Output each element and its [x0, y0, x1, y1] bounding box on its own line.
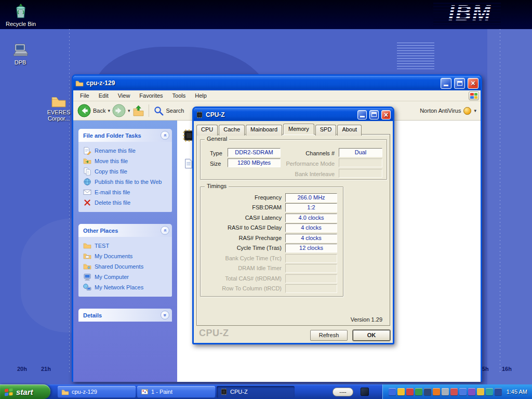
minimize-button[interactable] — [357, 110, 367, 119]
tray-icon[interactable] — [459, 388, 467, 395]
tray-icon[interactable] — [406, 388, 414, 395]
menu-edit[interactable]: Edit — [94, 91, 113, 100]
menu-view[interactable]: View — [113, 91, 135, 100]
place-my-network-places[interactable]: My Network Places — [83, 282, 170, 292]
timing-row: Cycle Time (Tras) 12 clocks — [205, 244, 339, 253]
tab-memory[interactable]: Memory — [283, 124, 314, 135]
tray-icon[interactable] — [424, 388, 431, 395]
place-shared-documents[interactable]: Shared Documents — [83, 261, 170, 272]
norton-label: Norton AntiVirus — [420, 108, 461, 114]
system-tray: 1:45 AM — [382, 384, 532, 399]
recycle-bin-icon — [12, 2, 29, 20]
back-label: Back — [93, 108, 105, 114]
taskbar-task-cpuz[interactable]: CPU-Z — [217, 386, 295, 398]
tray-icon[interactable] — [495, 388, 502, 395]
desktop-icon-everes[interactable]: EVERES Corpor... — [45, 95, 73, 122]
minimize-button[interactable] — [441, 78, 451, 89]
timing-value-field: 4 clocks — [285, 223, 337, 232]
desktop-icon-recycle-bin[interactable]: Recycle Bin — [4, 2, 37, 27]
maximize-button[interactable] — [369, 110, 379, 119]
close-button[interactable]: × — [381, 110, 391, 119]
task-move-file[interactable]: Move this file — [83, 156, 170, 166]
taskbar-task-paint[interactable]: 1 - Paint — [137, 386, 215, 398]
other-places-header[interactable]: Other Places » — [78, 224, 172, 237]
network-places-icon — [83, 283, 91, 291]
cpuz-tab-strip: CPU Cache Mainboard Memory SPD About — [196, 123, 390, 134]
tray-icon[interactable] — [477, 388, 484, 395]
timing-value-field — [285, 254, 337, 263]
timing-value-field: 4 clocks — [285, 234, 337, 243]
tab-cache[interactable]: Cache — [219, 125, 245, 136]
place-my-documents[interactable]: My Documents — [83, 251, 170, 261]
details-header[interactable]: Details » — [78, 309, 172, 322]
windows-flag-icon — [4, 387, 14, 396]
task-publish-file[interactable]: Publish this file to the Web — [83, 177, 170, 187]
tab-spd[interactable]: SPD — [315, 125, 337, 136]
move-file-icon — [83, 157, 91, 165]
task-label: E-mail this file — [95, 189, 130, 195]
my-documents-icon — [83, 252, 91, 260]
tray-icon[interactable] — [442, 388, 449, 395]
folder-icon — [83, 242, 91, 250]
desktop-icon-dpb[interactable]: DPB — [4, 43, 37, 65]
collapse-button[interactable]: » — [161, 226, 169, 235]
tray-icon[interactable] — [450, 388, 458, 395]
taskbar-toolbar-icon[interactable] — [361, 388, 369, 396]
performance-mode-label: Performance Mode — [286, 161, 335, 167]
timezone-label: 21h — [41, 366, 51, 372]
file-tasks-header[interactable]: File and Folder Tasks » — [78, 129, 172, 142]
ok-button[interactable]: OK — [353, 330, 390, 341]
task-rename-file[interactable]: Rename this file — [83, 145, 170, 156]
performance-mode-field — [339, 158, 382, 167]
panel-title: Other Places — [83, 228, 118, 234]
folder-icon — [51, 95, 66, 108]
refresh-button[interactable]: Refresh — [310, 330, 348, 341]
ibm-logo-stripes — [433, 1, 501, 25]
tray-icon[interactable] — [468, 388, 475, 395]
place-test[interactable]: TEST — [83, 241, 170, 251]
taskbar-task-explorer[interactable]: cpu-z-129 — [58, 386, 136, 398]
timing-label: DRAM Idle Timer — [205, 265, 282, 271]
bank-interleave-label: Bank Interleave — [295, 171, 335, 177]
forward-button[interactable]: ▾ — [112, 104, 130, 117]
task-delete-file[interactable]: Delete this file — [83, 197, 170, 208]
menu-help[interactable]: Help — [190, 91, 211, 100]
menu-favorites[interactable]: Favorites — [135, 91, 167, 100]
timing-row: RAS# to CAS# Delay 4 clocks — [205, 223, 339, 233]
timing-label: Frequency — [205, 194, 282, 201]
explorer-window-title: cpu-z-129 — [86, 79, 115, 87]
tray-icon[interactable] — [397, 388, 405, 395]
task-copy-file[interactable]: Copy this file — [83, 166, 170, 177]
taskbar-minimized-pill[interactable]: ---- — [332, 388, 353, 396]
other-places-panel: Other Places » TEST — [78, 224, 172, 297]
task-label: Rename this file — [95, 148, 136, 154]
task-email-file[interactable]: E-mail this file — [83, 187, 170, 197]
tray-icon[interactable] — [389, 388, 396, 395]
place-my-computer[interactable]: My Computer — [83, 272, 170, 282]
chevron-up-icon: » — [162, 229, 168, 232]
taskbar-clock[interactable]: 1:45 AM — [507, 389, 527, 395]
collapse-button[interactable]: » — [161, 131, 169, 140]
tab-cpu[interactable]: CPU — [196, 125, 218, 136]
tray-icon[interactable] — [415, 388, 422, 395]
norton-antivirus-button[interactable]: Norton AntiVirus ▾ — [420, 107, 476, 115]
menu-tools[interactable]: Tools — [168, 91, 191, 100]
type-value-field: DDR2-SDRAM — [228, 148, 281, 157]
groupbox-title: General — [205, 136, 229, 142]
up-button[interactable] — [132, 105, 144, 117]
timing-label: Bank Cycle Time (Trc) — [205, 255, 282, 261]
maximize-button[interactable] — [454, 78, 465, 89]
tray-icon[interactable] — [433, 388, 440, 395]
back-button[interactable]: Back ▾ — [77, 104, 110, 117]
tray-icon[interactable] — [486, 388, 493, 395]
close-button[interactable]: × — [468, 78, 478, 89]
cpuz-app-icon — [220, 388, 228, 395]
search-button[interactable]: Search — [153, 105, 184, 116]
tab-mainboard[interactable]: Mainboard — [246, 125, 282, 136]
place-label: TEST — [95, 243, 109, 249]
start-button[interactable]: start — [0, 384, 50, 399]
timing-row: Bank Cycle Time (Trc) — [205, 254, 339, 263]
expand-button[interactable]: » — [161, 311, 169, 320]
menu-file[interactable]: File — [75, 91, 94, 100]
tab-about[interactable]: About — [337, 125, 362, 136]
